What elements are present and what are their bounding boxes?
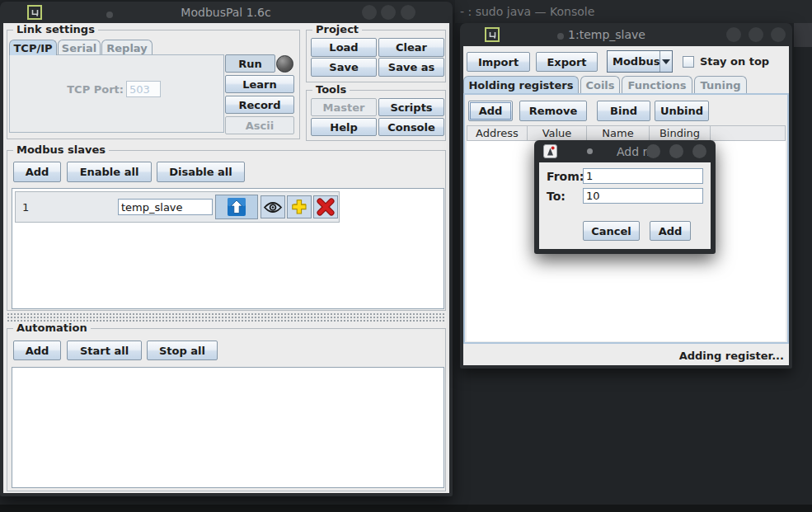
duplicate-slave-button[interactable] <box>287 195 312 218</box>
ascii-button[interactable]: Ascii <box>225 116 294 134</box>
column-header-value[interactable]: Value <box>528 125 587 141</box>
temp-slave-titlebar[interactable]: 1:temp_slave <box>460 23 792 46</box>
run-led-indicator-icon <box>276 55 293 73</box>
window-title: 1:temp_slave <box>568 28 645 41</box>
window-icon <box>27 5 42 20</box>
tab-coils[interactable]: Coils <box>580 76 620 93</box>
status-bar: Adding register... <box>463 345 789 365</box>
tab-holding-registers[interactable]: Holding registers <box>463 76 579 93</box>
clear-button[interactable]: Clear <box>378 38 444 57</box>
tab-serial[interactable]: Serial <box>58 40 101 55</box>
konsole-title: - : sudo java — Konsole <box>460 5 594 18</box>
close-button[interactable] <box>692 144 706 158</box>
start-all-button[interactable]: Start all <box>67 341 142 360</box>
maximize-button[interactable] <box>669 144 683 158</box>
modbus-slaves-label: Modbus slaves <box>13 143 109 156</box>
modbuspal-content: Link settings TCP/IP Serial Replay TCP P… <box>3 23 449 493</box>
tools-label: Tools <box>312 83 350 96</box>
view-slave-button[interactable] <box>260 195 285 218</box>
delete-x-icon <box>317 198 335 216</box>
master-button[interactable]: Master <box>311 98 377 116</box>
column-header-filler <box>711 125 786 141</box>
minimize-button[interactable] <box>646 144 660 158</box>
slave-list: 1 <box>12 188 444 309</box>
add-automation-button[interactable]: Add <box>13 341 61 360</box>
record-button[interactable]: Record <box>225 96 294 114</box>
slave-name-field[interactable] <box>118 199 213 215</box>
maximize-button[interactable] <box>749 27 763 42</box>
column-header-binding[interactable]: Binding <box>650 125 711 141</box>
java-app-icon <box>489 31 496 39</box>
stay-on-top-label: Stay on top <box>700 55 769 68</box>
titlebar-dot-icon <box>557 33 564 40</box>
dialog-content: From: To: Cancel Add <box>539 162 711 249</box>
modbuspal-window: ModbusPal 1.6c Link settings TCP/IP Seri… <box>0 2 453 496</box>
disable-all-button[interactable]: Disable all <box>157 162 245 182</box>
add-slave-button[interactable]: Add <box>13 162 61 182</box>
eye-icon <box>263 201 283 214</box>
minimize-button[interactable] <box>726 27 741 42</box>
stop-all-button[interactable]: Stop all <box>147 341 218 360</box>
maximize-button[interactable] <box>381 5 396 20</box>
konsole-window-edge <box>794 23 812 47</box>
slave-row[interactable]: 1 <box>15 191 340 223</box>
import-button[interactable]: Import <box>467 52 530 72</box>
enable-all-button[interactable]: Enable all <box>67 162 152 182</box>
protocol-combobox[interactable]: Modbus <box>607 50 673 73</box>
close-button[interactable] <box>401 5 415 20</box>
tab-replay[interactable]: Replay <box>101 40 153 55</box>
konsole-titlebar[interactable]: - : sudo java — Konsole <box>455 0 812 23</box>
help-button[interactable]: Help <box>311 118 377 136</box>
cancel-button[interactable]: Cancel <box>583 221 640 241</box>
combobox-arrow-icon <box>659 51 672 72</box>
column-header-name[interactable]: Name <box>587 125 650 141</box>
window-title: ModbusPal 1.6c <box>181 6 270 19</box>
unbind-button[interactable]: Unbind <box>655 101 709 121</box>
modbuspal-titlebar[interactable]: ModbusPal 1.6c <box>0 2 453 23</box>
tcp-port-label: TCP Port: <box>33 83 124 96</box>
project-label: Project <box>312 23 362 35</box>
learn-button[interactable]: Learn <box>225 75 294 93</box>
column-header-address[interactable]: Address <box>467 125 528 141</box>
run-button[interactable]: Run <box>225 54 275 73</box>
console-button[interactable]: Console <box>378 118 444 136</box>
to-field[interactable] <box>583 188 703 204</box>
stay-on-top-checkbox[interactable] <box>683 56 694 68</box>
add-plus-icon <box>290 198 308 216</box>
from-label: From: <box>547 170 584 183</box>
desktop: - : sudo java — Konsole ModbusPal 1.6c L… <box>0 0 812 512</box>
java-app-icon <box>31 9 39 16</box>
close-button[interactable] <box>771 27 786 42</box>
slave-enable-toggle-button[interactable] <box>215 195 258 219</box>
titlebar-dot-icon <box>587 148 593 154</box>
titlebar-dot-icon <box>106 12 113 18</box>
screen-bottom-edge <box>0 505 812 512</box>
export-button[interactable]: Export <box>536 52 598 72</box>
dialog-add-button[interactable]: Add <box>650 221 691 241</box>
protocol-combobox-value: Modbus <box>608 51 659 72</box>
dialog-titlebar[interactable]: Add r... <box>534 140 716 162</box>
bind-button[interactable]: Bind <box>597 101 650 121</box>
to-label: To: <box>547 190 566 203</box>
register-table-header: Address Value Name Binding <box>467 125 786 141</box>
slave-id: 1 <box>22 201 29 214</box>
link-settings-label: Link settings <box>13 23 98 35</box>
add-registers-dialog: Add r... From: To: Cancel Add <box>534 140 716 254</box>
window-icon <box>485 27 500 42</box>
tab-tcpip[interactable]: TCP/IP <box>9 40 57 55</box>
save-button[interactable]: Save <box>311 58 377 77</box>
remove-register-button[interactable]: Remove <box>519 101 587 121</box>
save-as-button[interactable]: Save as <box>378 58 444 77</box>
automation-label: Automation <box>13 322 91 334</box>
minimize-button[interactable] <box>362 5 377 20</box>
tab-functions[interactable]: Functions <box>622 76 692 93</box>
load-button[interactable]: Load <box>311 38 377 57</box>
add-register-button[interactable]: Add <box>468 101 513 121</box>
tab-tuning[interactable]: Tuning <box>694 76 747 93</box>
dialog-icon <box>543 144 557 162</box>
duke-icon <box>543 144 557 158</box>
from-field[interactable] <box>583 168 703 184</box>
delete-slave-button[interactable] <box>313 195 338 218</box>
tcp-port-field[interactable] <box>126 81 161 97</box>
scripts-button[interactable]: Scripts <box>378 98 444 116</box>
